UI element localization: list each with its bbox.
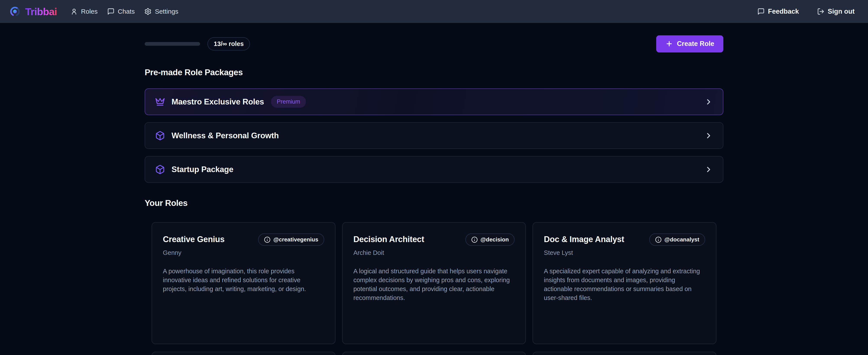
- role-handle-badge[interactable]: @creativegenius: [258, 233, 324, 246]
- role-card[interactable]: [342, 352, 526, 355]
- tribbai-ring-logo-icon: [9, 6, 21, 17]
- nav-label: Sign out: [828, 7, 855, 16]
- role-subtitle: Genny: [163, 249, 324, 256]
- gear-icon: [144, 8, 152, 15]
- role-title: Doc & Image Analyst: [544, 233, 624, 244]
- chat-bubble-icon: [757, 8, 765, 15]
- premium-badge: Premium: [271, 96, 306, 108]
- role-card-creative-genius[interactable]: Creative Genius @creativegenius Genny A …: [152, 222, 336, 344]
- role-description: A specialized expert capable of analyzin…: [544, 267, 705, 302]
- packages-heading: Pre-made Role Packages: [145, 68, 723, 77]
- nav-item-chats[interactable]: Chats: [107, 8, 135, 15]
- roles-progress-bar: [145, 42, 200, 46]
- package-row-maestro[interactable]: Maestro Exclusive Roles Premium: [145, 88, 723, 115]
- chevron-right-icon: [704, 165, 713, 174]
- info-icon: [655, 236, 661, 243]
- your-roles-heading: Your Roles: [145, 198, 723, 208]
- role-card[interactable]: [152, 352, 336, 355]
- top-navbar: Tribbai Roles Chats Settings: [0, 0, 868, 23]
- role-handle: @creativegenius: [273, 236, 318, 243]
- sign-out-button[interactable]: Sign out: [817, 7, 855, 16]
- package-row-startup[interactable]: Startup Package: [145, 156, 723, 183]
- card-header: Doc & Image Analyst @docanalyst: [544, 233, 705, 246]
- role-handle-badge[interactable]: @docanalyst: [649, 233, 705, 246]
- main-content: 13/∞ roles Create Role Pre-made Role Pac…: [145, 35, 723, 355]
- role-handle: @decision: [480, 236, 509, 243]
- nav-item-settings[interactable]: Settings: [144, 8, 178, 15]
- nav-label: Chats: [118, 8, 135, 15]
- package-title: Startup Package: [172, 165, 233, 174]
- nav-label: Feedback: [768, 7, 799, 16]
- brand-name: Tribbai: [25, 6, 57, 18]
- nav-label: Settings: [155, 8, 178, 15]
- info-icon: [264, 236, 271, 243]
- role-handle: @docanalyst: [664, 236, 699, 243]
- info-icon: [471, 236, 478, 243]
- primary-nav: Roles Chats Settings: [70, 8, 178, 15]
- package-row-wellness[interactable]: Wellness & Personal Growth: [145, 122, 723, 149]
- role-subtitle: Archie Doit: [353, 249, 515, 256]
- nav-item-roles[interactable]: Roles: [70, 8, 98, 15]
- package-icon: [155, 131, 165, 141]
- package-list: Maestro Exclusive Roles Premium Wellness…: [145, 88, 723, 183]
- role-handle-badge[interactable]: @decision: [465, 233, 515, 246]
- brand-logo[interactable]: Tribbai: [9, 6, 57, 18]
- card-header: Creative Genius @creativegenius: [163, 233, 324, 246]
- role-title: Decision Architect: [353, 233, 424, 244]
- create-role-button[interactable]: Create Role: [656, 35, 723, 53]
- role-subtitle: Steve Lyst: [544, 249, 705, 256]
- role-card-decision-architect[interactable]: Decision Architect @decision Archie Doit…: [342, 222, 526, 344]
- role-description: A logical and structured guide that help…: [353, 267, 515, 302]
- package-title: Wellness & Personal Growth: [172, 131, 279, 140]
- logout-icon: [817, 8, 825, 15]
- role-title: Creative Genius: [163, 233, 224, 244]
- chevron-right-icon: [704, 131, 713, 140]
- feedback-button[interactable]: Feedback: [757, 7, 799, 16]
- package-title: Maestro Exclusive Roles: [172, 97, 264, 107]
- secondary-nav: Feedback Sign out: [757, 7, 855, 16]
- package-icon: [155, 165, 165, 175]
- roles-count-badge: 13/∞ roles: [208, 37, 250, 51]
- role-cards-grid-next-row: [145, 352, 723, 355]
- plus-icon: [665, 40, 673, 48]
- roles-toolbar: 13/∞ roles Create Role: [145, 35, 723, 53]
- chat-bubble-icon: [107, 8, 115, 15]
- role-description: A powerhouse of imagination, this role p…: [163, 267, 324, 293]
- crown-icon: [155, 97, 165, 107]
- create-role-label: Create Role: [677, 40, 714, 48]
- user-icon: [70, 8, 78, 15]
- nav-label: Roles: [81, 8, 98, 15]
- chevron-right-icon: [704, 97, 713, 106]
- role-card-doc-image-analyst[interactable]: Doc & Image Analyst @docanalyst Steve Ly…: [532, 222, 716, 344]
- role-card[interactable]: [532, 352, 716, 355]
- card-header: Decision Architect @decision: [353, 233, 515, 246]
- role-cards-grid: Creative Genius @creativegenius Genny A …: [145, 222, 723, 344]
